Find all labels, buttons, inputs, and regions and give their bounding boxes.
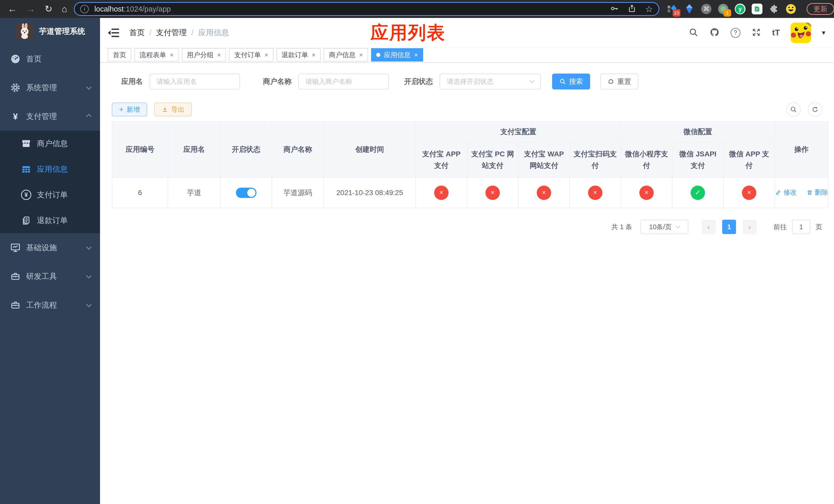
url-path: :1024/pay/app — [124, 5, 171, 13]
sidebar-item-payment[interactable]: ¥ 支付管理 — [0, 102, 100, 131]
breadcrumb-home[interactable]: 首页 — [129, 27, 145, 38]
y-extension-icon[interactable]: y — [735, 4, 746, 14]
chevron-down-icon — [86, 302, 91, 307]
url-text: localhost:1024/pay/app — [94, 5, 171, 13]
reset-button[interactable]: 重置 — [600, 74, 638, 90]
channel-status-icon: × — [485, 186, 500, 200]
sidebar-item-system[interactable]: 系统管理 — [0, 73, 100, 102]
sidebar-logo[interactable]: 芋道管理系统 — [0, 18, 100, 45]
back-icon[interactable]: ← — [8, 4, 17, 14]
status-label: 开启状态 — [404, 77, 433, 86]
font-size-icon[interactable]: tT — [772, 28, 780, 38]
delete-link[interactable]: 删除 — [807, 188, 828, 197]
breadcrumb-separator: / — [191, 28, 193, 37]
chrome-update-button[interactable]: 更新 — [807, 3, 834, 15]
github-icon[interactable] — [709, 27, 720, 39]
channel-status-icon: × — [588, 186, 602, 200]
app-name-input[interactable] — [150, 74, 240, 90]
sidebar-item-workflow[interactable]: 工作流程 — [0, 291, 100, 319]
total-count: 共 1 条 — [611, 223, 632, 231]
chevron-down-icon — [530, 78, 534, 83]
cell-status — [220, 177, 272, 208]
close-icon[interactable]: × — [170, 51, 174, 59]
close-icon[interactable]: × — [217, 51, 221, 59]
close-icon[interactable]: × — [359, 51, 363, 59]
sidebar-item-label: 支付订单 — [37, 190, 100, 200]
chevron-down-icon — [86, 244, 91, 250]
page-title-annotation: 应用列表 — [371, 21, 445, 45]
page-size-select[interactable]: 10条/页 — [640, 220, 688, 234]
extensions-puzzle-icon[interactable] — [769, 4, 780, 14]
jump-suffix-label: 页 — [815, 223, 822, 231]
cell-merchant: 芋道源码 — [272, 177, 324, 208]
tag-refund-orders[interactable]: 退款订单× — [277, 48, 321, 62]
prev-page-button[interactable]: ‹ — [702, 220, 716, 234]
forward-icon[interactable]: → — [26, 4, 36, 14]
sidebar-item-label: 基础设施 — [26, 243, 87, 253]
user-avatar[interactable] — [791, 23, 811, 43]
sidebar-item-payment-orders[interactable]: ¥ 支付订单 — [0, 182, 100, 208]
close-icon[interactable]: × — [414, 51, 418, 59]
app-frame: 芋道管理系统 首页 系统管理 ¥ 支付管理 — [0, 18, 834, 504]
toggle-search-button[interactable] — [786, 102, 801, 117]
sidebar-item-label: 应用信息 — [37, 164, 100, 175]
site-info-icon[interactable]: i — [80, 5, 89, 13]
close-icon[interactable]: × — [312, 51, 316, 59]
sidebar-item-home[interactable]: 首页 — [0, 45, 100, 73]
enabled-toggle[interactable] — [236, 188, 257, 198]
refresh-button[interactable] — [808, 102, 822, 117]
sidebar-item-label: 研发工具 — [26, 271, 87, 282]
cell-wechat-jsapi: ✓ — [672, 177, 723, 208]
command-extension-icon[interactable]: ⌘ — [701, 4, 712, 14]
password-key-icon[interactable] — [610, 4, 619, 14]
help-icon[interactable]: ? — [731, 28, 740, 38]
home-icon[interactable]: ⌂ — [62, 4, 67, 14]
tag-payment-orders[interactable]: 支付订单× — [229, 48, 273, 62]
profile-extension-icon[interactable]: 1 — [718, 4, 729, 14]
column-header-wechat-jsapi: 微信 JSAPI 支付 — [672, 142, 723, 177]
jump-page-input[interactable] — [792, 220, 810, 234]
breadcrumb-payment[interactable]: 支付管理 — [156, 27, 187, 38]
tag-process-form[interactable]: 流程表单× — [134, 48, 179, 62]
sidebar-item-app-info[interactable]: 应用信息 — [0, 156, 100, 182]
sidebar-item-refund-orders[interactable]: 退款订单 — [0, 208, 100, 233]
sidebar-item-label: 首页 — [26, 54, 91, 64]
tag-app-info[interactable]: 应用信息× — [371, 48, 423, 62]
sidebar-item-dev-tools[interactable]: 研发工具 — [0, 262, 100, 291]
tags-view-bar: 首页 流程表单× 用户分组× 支付订单× 退款订单× 商户信息× 应用信息× — [100, 47, 834, 63]
tag-user-group[interactable]: 用户分组× — [182, 48, 226, 62]
avatar-dropdown-caret-icon[interactable]: ▾ — [822, 29, 825, 37]
share-icon[interactable] — [628, 4, 636, 14]
next-page-button[interactable]: › — [743, 220, 756, 234]
edit-link[interactable]: 修改 — [775, 188, 797, 197]
cell-app-id: 6 — [112, 177, 168, 208]
page-number-1[interactable]: 1 — [722, 220, 736, 234]
pagination: 共 1 条 10条/页 ‹ 1 › 前往 页 — [611, 220, 822, 234]
url-host: localhost — [94, 5, 124, 13]
merchant-name-input[interactable] — [298, 74, 389, 90]
search-button[interactable]: 搜索 — [552, 74, 590, 90]
tag-merchant-info[interactable]: 商户信息× — [324, 48, 368, 62]
omnibox-actions: ☆ — [610, 4, 653, 14]
address-bar[interactable]: i localhost:1024/pay/app ☆ — [74, 2, 659, 16]
gem-extension-icon[interactable] — [684, 4, 695, 14]
add-button[interactable]: + 新增 — [112, 102, 147, 116]
status-select[interactable]: 请选择开启状态 — [440, 74, 541, 90]
sidebar-item-infrastructure[interactable]: 基础设施 — [0, 233, 100, 262]
tag-home[interactable]: 首页 — [108, 48, 131, 62]
sidebar-item-merchant-info[interactable]: 商户信息 — [0, 131, 100, 156]
dictionary-extension-icon[interactable]: 10 — [667, 4, 678, 14]
close-icon[interactable]: × — [264, 51, 268, 59]
export-button[interactable]: 导出 — [154, 102, 192, 116]
fullscreen-icon[interactable] — [751, 27, 762, 39]
reload-icon[interactable]: ↻ — [45, 4, 52, 14]
cell-created: 2021-10-23 08:49:25 — [324, 177, 416, 208]
docs-extension-icon[interactable] — [752, 4, 763, 14]
sidebar-collapse-icon[interactable] — [107, 27, 119, 39]
browser-profile-avatar[interactable] — [786, 4, 796, 14]
search-icon[interactable] — [688, 27, 698, 38]
app-table: 应用编号 应用名 开启状态 商户名称 创建时间 支付宝配置 微信配置 操作 支付… — [112, 121, 828, 208]
sidebar-item-label: 商户信息 — [37, 138, 100, 149]
bookmark-star-icon[interactable]: ☆ — [645, 5, 653, 13]
cell-alipay-wap: × — [518, 177, 570, 208]
